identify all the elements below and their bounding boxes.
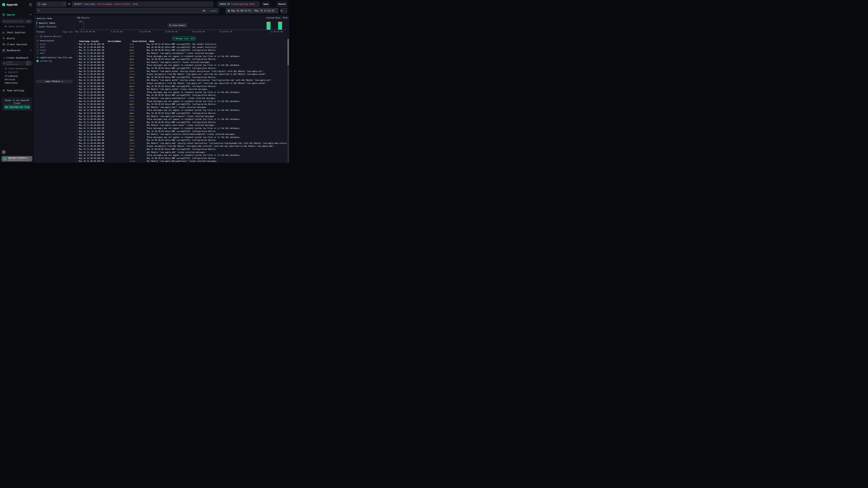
saved-searches-input[interactable]: Saved Searches ⌘ K <box>2 19 33 23</box>
column-drag-handle[interactable]: ⋮ <box>129 40 131 42</box>
histogram-bar[interactable] <box>278 22 282 30</box>
table-row[interactable]: ❯May 16 11:38:40.683 AMinfoThose message… <box>75 135 287 139</box>
row-expand-icon[interactable]: ❯ <box>77 43 79 45</box>
alerts-button[interactable]: Alerts <box>277 2 287 7</box>
table-row[interactable]: ❯May 16 11:38:40.683 AMtraceASL Module "… <box>75 160 287 163</box>
filter-option-warn[interactable]: warn <box>36 52 73 55</box>
row-expand-icon[interactable]: ❯ <box>77 139 79 141</box>
preset-services[interactable]: Services <box>5 78 15 81</box>
table-row[interactable]: ❯May 16 11:38:40.683 AMwarnMay 16 00:30:… <box>75 76 287 79</box>
table-row[interactable]: ❯May 16 11:38:40.683 AMwarnMay 16 00:30:… <box>75 58 287 61</box>
table-row[interactable]: ❯May 16 11:38:40.683 AMwarnMay 16 00:30:… <box>75 139 287 142</box>
row-expand-icon[interactable]: ❯ <box>77 97 79 99</box>
table-row[interactable]: ❯May 16 11:38:40.683 AMinfoThose message… <box>75 109 287 112</box>
save-button[interactable]: Save <box>262 2 270 7</box>
checkbox[interactable] <box>36 49 38 51</box>
row-expand-icon[interactable]: ❯ <box>77 88 79 90</box>
row-expand-icon[interactable]: ❯ <box>77 106 79 108</box>
row-expand-icon[interactable]: ❯ <box>77 91 79 93</box>
table-row[interactable]: ❯May 16 11:38:40.683 AMinfoThose message… <box>75 91 287 94</box>
filter-group-title[interactable]: LogAttributes['log.file.namClear <box>36 56 73 59</box>
row-expand-icon[interactable]: ❯ <box>77 64 79 66</box>
table-row[interactable]: ❯May 16 11:38:40.683 AMwarnMay 16 00:30:… <box>75 67 287 70</box>
table-row[interactable]: ❯May 16 11:38:40.683 AMinfoASL Module "c… <box>75 97 287 100</box>
row-expand-icon[interactable]: ❯ <box>77 79 79 81</box>
source-settings-gear-icon[interactable] <box>68 3 71 5</box>
table-row[interactable]: ❯May 16 11:38:40.683 AMinfoThose message… <box>75 100 287 103</box>
column-header-body[interactable]: ⋮Body <box>147 40 287 43</box>
sql-mode-toggle[interactable]: SQL <box>203 9 206 12</box>
sidebar-item-search[interactable]: Search <box>0 12 34 17</box>
column-header-timestamp[interactable]: Timestamp (Local) <box>79 40 105 43</box>
checkbox[interactable] <box>36 52 38 54</box>
row-expand-icon[interactable]: ❯ <box>77 58 79 60</box>
saved-dashboards-input[interactable]: Saved Dashboards ⌘ K <box>2 61 33 65</box>
histogram-bar[interactable] <box>267 22 271 30</box>
source-select[interactable]: Logs <box>36 2 66 7</box>
table-row[interactable]: ❯May 16 11:38:40.683 AMinfoMay 16 00:21:… <box>75 43 287 46</box>
row-expand-icon[interactable]: ❯ <box>77 55 79 57</box>
row-expand-icon[interactable]: ❯ <box>77 127 79 129</box>
row-expand-icon[interactable]: ❯ <box>77 133 79 135</box>
checkbox[interactable] <box>36 43 38 45</box>
row-expand-icon[interactable]: ❯ <box>77 61 79 63</box>
table-row[interactable]: ❯May 16 11:38:40.683 AMwarnMay 16 00:30:… <box>75 94 287 97</box>
row-expand-icon[interactable]: ❯ <box>77 130 79 132</box>
sidebar-item-client-sessions[interactable]: Client Sessions <box>0 42 34 46</box>
clear-all-button[interactable]: Clear all <box>62 31 73 33</box>
table-row[interactable]: ❯May 16 11:38:40.683 AMinfoASL Module "c… <box>75 52 287 55</box>
row-expand-icon[interactable]: ❯ <box>77 85 79 87</box>
view-events-button[interactable]: View Events <box>167 23 187 28</box>
denoise-checkbox[interactable]: Denoise Results <box>36 35 73 38</box>
row-expand-icon[interactable]: ❯ <box>77 154 79 156</box>
mode-results-table[interactable]: Results Table <box>36 21 73 25</box>
table-row[interactable]: ❯May 16 11:38:40.683 AMwarnMay 16 00:30:… <box>75 121 287 124</box>
sidebar-item-team-settings[interactable]: Team Settings <box>0 88 34 93</box>
row-expand-icon[interactable]: ❯ <box>77 103 79 105</box>
preset-clickhouse[interactable]: Clickhouse <box>5 75 18 77</box>
sidebar-item-chart-explorer[interactable]: Chart Explorer <box>0 30 34 35</box>
table-row[interactable]: ❯May 16 11:38:40.683 AMwarnMay 16 00:30:… <box>75 85 287 88</box>
create-dashboard-button[interactable]: + Create Dashboard <box>0 55 34 60</box>
table-row[interactable]: ❯May 16 11:38:40.683 AMinfoASL Module "c… <box>75 78 287 82</box>
user-menu[interactable]: D demos@clickhouse.com demos@clickhouse.… <box>1 156 32 162</box>
row-expand-icon[interactable]: ❯ <box>77 109 79 111</box>
row-expand-icon[interactable]: ❯ <box>77 46 79 48</box>
row-expand-icon[interactable]: ❯ <box>77 118 79 120</box>
row-expand-icon[interactable]: ❯ <box>77 121 79 123</box>
row-expand-icon[interactable]: ❯ <box>77 67 79 69</box>
checkbox[interactable] <box>36 46 38 48</box>
row-expand-icon[interactable]: ❯ <box>77 94 79 96</box>
filter-group-title[interactable]: SeverityText <box>36 40 73 42</box>
column-header-servicename[interactable]: ⋮ServiceName <box>105 40 129 43</box>
column-header-severitytext[interactable]: ⋮SeverityText <box>129 40 147 43</box>
row-expand-icon[interactable]: ❯ <box>77 82 79 84</box>
table-row[interactable]: ❯May 16 11:38:40.683 AMinfoThose message… <box>75 127 287 130</box>
row-expand-icon[interactable]: ❯ <box>77 151 79 153</box>
sidebar-item-alerts[interactable]: Alerts <box>0 36 34 41</box>
presets-toggle[interactable]: PRESETS <box>5 71 19 73</box>
row-expand-icon[interactable]: ❯ <box>77 148 79 150</box>
lucene-mode-toggle[interactable]: Lucene <box>210 9 217 12</box>
sidebar-collapse-icon[interactable] <box>29 3 32 6</box>
filter-option-error[interactable]: error <box>36 43 73 45</box>
row-expand-icon[interactable]: ❯ <box>77 100 79 102</box>
table-row[interactable]: ❯May 16 11:38:40.683 AMinfoASL Module "c… <box>75 142 287 145</box>
row-expand-icon[interactable]: ❯ <box>77 49 79 51</box>
filter-option-trace[interactable]: trace <box>36 48 73 52</box>
row-expand-icon[interactable]: ❯ <box>77 160 79 162</box>
table-row[interactable]: ❯May 16 11:38:40.683 AMerrorOutput param… <box>75 73 287 76</box>
table-row[interactable]: ❯May 16 11:38:40.683 AMwarnMay 16 00:30:… <box>75 112 287 115</box>
table-row[interactable]: ❯May 16 11:38:40.683 AMwarnMay 16 00:30:… <box>75 103 287 106</box>
row-expand-icon[interactable]: ❯ <box>77 73 79 75</box>
scrollbar-thumb[interactable] <box>287 39 289 65</box>
row-expand-icon[interactable]: ❯ <box>77 70 79 72</box>
checkbox[interactable]: ✓ <box>36 60 38 62</box>
table-row[interactable]: ❯May 16 11:38:40.683 AMinfoASL Module "c… <box>75 105 287 109</box>
run-query-button[interactable] <box>281 8 287 13</box>
table-row[interactable]: ❯May 16 11:38:40.683 AMwarnMay 16 00:30:… <box>75 48 287 52</box>
resume-live-tail-button[interactable]: Resume Live Tail <box>173 37 195 40</box>
help-button[interactable]: ? <box>2 150 6 154</box>
table-row[interactable]: ❯May 16 11:38:40.683 AMinfoASL Module "c… <box>75 70 287 73</box>
get-started-button[interactable]: Get Started for Free <box>4 105 30 109</box>
